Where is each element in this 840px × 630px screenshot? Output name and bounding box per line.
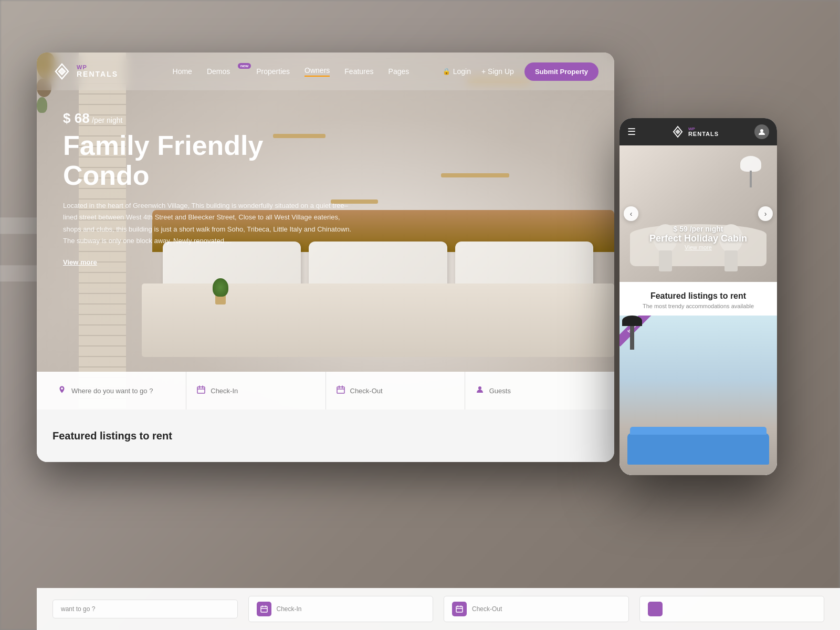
svg-rect-5	[456, 606, 463, 612]
logo-text: WP RENTALS	[77, 64, 118, 78]
checkin-input[interactable]	[211, 387, 314, 395]
bottom-checkout-field: Check-Out	[444, 596, 629, 622]
guests-input[interactable]	[489, 387, 593, 395]
hero-content: $ 68 /per night Family Friendly Condo Lo…	[63, 110, 357, 267]
guests-field	[465, 372, 604, 410]
mobile-logo-rentals: RENTALS	[688, 131, 719, 137]
location-field	[47, 372, 186, 410]
mobile-view-more[interactable]: View more	[620, 244, 777, 250]
checkin-calendar-icon	[197, 385, 205, 396]
mobile-featured-section: Featured listings to rent The most trend…	[620, 282, 777, 316]
nav-actions: 🔒 Login + Sign Up Submit Property	[443, 62, 598, 81]
location-input[interactable]	[71, 387, 175, 395]
checkout-field	[326, 372, 465, 410]
bottom-checkin-icon	[257, 602, 271, 616]
bottom-location-field: want to go ?	[52, 600, 238, 618]
desktop-card: WP RENTALS Home Demos new Properties Own…	[37, 52, 614, 462]
price-unit: /per night	[92, 116, 122, 124]
nav-features[interactable]: Features	[344, 67, 373, 76]
featured-title: Featured listings to rent	[52, 430, 172, 442]
bottom-checkin-text: Check-In	[277, 605, 302, 613]
hero-view-more[interactable]: View more	[63, 258, 97, 266]
nav-home[interactable]: Home	[173, 67, 192, 76]
bottom-guests-icon	[648, 602, 663, 616]
mobile-avatar[interactable]	[754, 124, 769, 139]
bedside-plant	[210, 278, 231, 304]
svg-rect-1	[337, 387, 344, 393]
nav-owners[interactable]: Owners	[304, 66, 330, 77]
mobile-listing-card: featured	[620, 316, 777, 475]
mobile-featured-title: Featured listings to rent	[627, 291, 769, 301]
mobile-navbar: ☰ WP RENTALS	[620, 118, 777, 145]
featured-section: Featured listings to rent	[37, 410, 614, 462]
mobile-cabin-title: Perfect Holiday Cabin	[620, 233, 777, 244]
nav-demos-badge: new	[238, 63, 251, 69]
mobile-hero: ‹ › $ 59 /per night Perfect Holiday Cabi…	[620, 145, 777, 282]
shelf-3	[441, 173, 509, 177]
nav-login[interactable]: 🔒 Login	[443, 67, 471, 76]
hero-description: Located in the heart of Greenwich Villag…	[63, 200, 357, 246]
mobile-logo-text: WP RENTALS	[688, 127, 719, 137]
mobile-menu-icon[interactable]: ☰	[627, 126, 636, 138]
search-bar	[37, 372, 614, 410]
nav-links: Home Demos new Properties Owners Feature…	[139, 66, 443, 77]
svg-rect-4	[261, 606, 267, 612]
mobile-lamp	[740, 156, 761, 187]
nav-demos-label: Demos	[207, 67, 230, 76]
mobile-price: $ 59 /per night	[620, 225, 777, 233]
svg-point-2	[478, 386, 481, 390]
mobile-next-arrow[interactable]: ›	[758, 206, 773, 221]
mobile-sofa	[627, 433, 769, 465]
bottom-guests-field	[639, 596, 825, 622]
mobile-price-amount: $ 59	[674, 225, 688, 233]
mobile-prev-arrow[interactable]: ‹	[624, 206, 638, 221]
location-icon	[58, 385, 66, 396]
mobile-featured-subtitle: The most trendy accommodations available	[627, 303, 769, 309]
bottom-location-text: want to go ?	[61, 605, 95, 613]
checkout-input[interactable]	[350, 387, 454, 395]
svg-point-3	[760, 129, 763, 132]
desktop-navbar: WP RENTALS Home Demos new Properties Own…	[37, 52, 614, 90]
logo-rentals: RENTALS	[77, 70, 118, 78]
lock-icon: 🔒	[443, 68, 450, 75]
bottom-checkout-icon	[452, 602, 467, 616]
logo-area: WP RENTALS	[52, 62, 118, 81]
mobile-logo-area: WP RENTALS	[636, 125, 754, 138]
checkout-calendar-icon	[337, 385, 345, 396]
checkin-field	[186, 372, 326, 410]
submit-property-button[interactable]: Submit Property	[524, 62, 598, 81]
bottom-checkin-field: Check-In	[248, 596, 434, 622]
price-amount: $ 68	[63, 110, 90, 126]
nav-pages[interactable]: Pages	[388, 67, 410, 76]
hero-title: Family Friendly Condo	[63, 131, 357, 191]
mobile-price-unit: /per night	[690, 225, 723, 233]
nav-properties[interactable]: Properties	[256, 67, 290, 76]
bottom-search-overlay: want to go ? Check-In Check-Out	[37, 588, 840, 630]
guests-icon	[476, 385, 484, 396]
nav-demos[interactable]: Demos new	[207, 67, 242, 76]
mobile-card: ☰ WP RENTALS ‹	[620, 118, 777, 475]
mobile-room-image: featured	[620, 316, 777, 475]
price-display: $ 68 /per night	[63, 110, 357, 127]
nav-signup[interactable]: + Sign Up	[481, 67, 514, 76]
mobile-floor-lamp	[630, 323, 634, 350]
mobile-price-overlay: $ 59 /per night Perfect Holiday Cabin Vi…	[620, 225, 777, 250]
hero-section: WP RENTALS Home Demos new Properties Own…	[37, 52, 614, 410]
svg-rect-0	[197, 387, 205, 393]
mobile-logo-icon	[671, 125, 684, 138]
logo-icon	[52, 62, 71, 81]
bottom-checkout-text: Check-Out	[472, 605, 502, 613]
